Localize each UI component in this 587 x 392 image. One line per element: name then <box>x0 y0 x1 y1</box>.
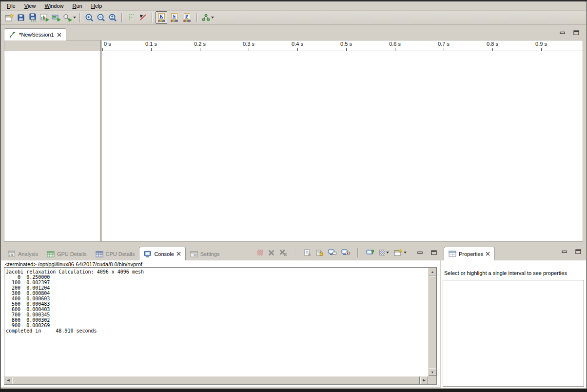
console-line: 700 0.000345 <box>6 312 427 317</box>
zoom-fit-icon <box>108 13 117 22</box>
process-color-mode-button[interactable]: P <box>181 11 193 24</box>
ruler-tick-label: 0.9 s <box>535 41 547 47</box>
menu-help[interactable]: Help <box>89 2 106 10</box>
tab-gpu-details-label: GPU Details <box>57 251 87 257</box>
ruler-tick: 0.9 s <box>541 40 542 51</box>
kernel-color-mode-button[interactable]: K <box>156 11 167 24</box>
properties-message: Select or highlight a single interval to… <box>444 270 567 276</box>
show-stderr-icon <box>341 249 350 256</box>
clear-console-button[interactable] <box>304 249 311 256</box>
pin-console-button[interactable] <box>366 249 374 256</box>
analysis-tree-button[interactable] <box>200 12 215 24</box>
console-vertical-scrollbar[interactable]: ▲ ▼ <box>428 268 436 376</box>
session-tab[interactable]: *NewSession1 <box>4 28 66 40</box>
ruler-tick-mark <box>297 48 298 51</box>
pin-console-icon <box>366 249 374 256</box>
ruler-tick-label: 0.7 s <box>438 41 450 47</box>
examine-application-button[interactable] <box>62 12 77 24</box>
maximize-icon[interactable] <box>573 30 579 35</box>
terminate-button[interactable] <box>257 250 263 255</box>
horizontal-scroll-thumb[interactable] <box>13 376 420 384</box>
save-button[interactable] <box>15 12 27 24</box>
remove-all-terminated-button[interactable] <box>279 249 287 256</box>
properties-empty-table[interactable] <box>443 280 584 387</box>
ruler-tick-mark <box>102 48 103 51</box>
generate-timeline-button[interactable] <box>39 12 50 24</box>
run-application-button[interactable] <box>50 12 62 24</box>
zoom-in-button[interactable] <box>83 12 95 24</box>
filter-intervals-button[interactable] <box>125 12 137 24</box>
maximize-icon[interactable] <box>431 250 437 255</box>
ruler-tick: 0.8 s <box>492 40 493 51</box>
reset-view-button[interactable] <box>137 12 149 24</box>
open-console-button[interactable] <box>394 249 407 256</box>
scroll-down-arrow[interactable]: ▼ <box>429 368 436 376</box>
tab-properties[interactable]: Properties <box>444 247 495 260</box>
show-stdout-button[interactable] <box>328 249 336 256</box>
minimize-icon[interactable] <box>417 250 423 255</box>
remove-launch-icon <box>268 250 274 256</box>
console-horizontal-scrollbar[interactable]: ◀ ▶ <box>4 376 428 384</box>
ruler-tick-label: 0.2 s <box>194 41 206 47</box>
ruler-tick-mark <box>541 48 542 51</box>
ruler-tick-label: 0 s <box>104 41 111 47</box>
close-icon[interactable] <box>57 33 61 37</box>
main-toolbar: K S P <box>1 11 586 25</box>
tab-analysis[interactable]: Analysis <box>3 248 42 260</box>
scroll-lock-button[interactable] <box>316 249 323 256</box>
timeline-row-tree[interactable] <box>4 51 100 241</box>
scroll-up-arrow[interactable]: ▲ <box>429 268 436 275</box>
tab-settings[interactable]: Settings <box>186 248 224 260</box>
close-icon[interactable] <box>176 252 181 256</box>
menu-file[interactable]: File <box>5 2 20 10</box>
properties-view: Properties Select or highlight a single … <box>441 245 586 390</box>
toolbar-separator <box>121 13 122 22</box>
save-as-button[interactable] <box>27 12 39 24</box>
analysis-tree-dropdown-caret[interactable] <box>211 17 214 19</box>
zoom-in-icon <box>85 13 94 22</box>
console-text-widget[interactable]: Jacobi relaxation Calculation: 4096 x 40… <box>4 267 437 385</box>
maximize-icon[interactable] <box>575 249 581 254</box>
open-console-dropdown-caret[interactable] <box>404 252 407 254</box>
minimize-icon[interactable] <box>560 30 566 35</box>
menu-run[interactable]: Run <box>71 2 86 10</box>
timeline-canvas[interactable] <box>102 51 583 241</box>
ruler-tick-mark <box>395 48 395 51</box>
remove-all-terminated-icon <box>279 249 287 256</box>
display-console-dropdown-caret[interactable] <box>386 252 389 254</box>
menu-view[interactable]: View <box>22 2 40 10</box>
tab-gpu-details[interactable]: GPU Details <box>42 248 91 260</box>
gpu-details-tab-icon <box>47 251 55 257</box>
console-line: 0 0.250000 <box>6 274 427 280</box>
minimize-icon[interactable] <box>562 249 567 254</box>
stream-color-mode-button[interactable]: S <box>168 11 180 24</box>
editor-tab-row: *NewSession1 <box>4 28 583 40</box>
console-output[interactable]: Jacobi relaxation Calculation: 4096 x 40… <box>6 269 427 375</box>
menu-window[interactable]: Window <box>42 2 67 10</box>
toolbar-separator <box>295 248 296 257</box>
console-line: 100 0.002397 <box>6 280 427 285</box>
remove-launch-button[interactable] <box>268 250 274 256</box>
kernel-letter: K <box>158 13 165 20</box>
ruler-tick: 0.7 s <box>444 40 444 51</box>
zoom-out-button[interactable] <box>95 12 107 24</box>
scroll-right-arrow[interactable]: ▶ <box>420 376 428 384</box>
ruler-tick: 0.6 s <box>395 40 395 51</box>
tab-console[interactable]: Console <box>139 247 185 260</box>
scroll-left-arrow[interactable]: ◀ <box>4 376 12 384</box>
ruler-tick-mark <box>346 48 347 51</box>
display-selected-console-button[interactable] <box>379 250 389 255</box>
application-window: File View Window Run Help K S P *NewSess… <box>0 0 587 392</box>
new-session-button[interactable] <box>3 12 15 24</box>
toolbar-separator <box>357 248 358 257</box>
show-stderr-button[interactable] <box>341 249 350 256</box>
tab-analysis-label: Analysis <box>18 251 38 257</box>
timeline-ruler[interactable]: 0 s0.1 s0.2 s0.3 s0.4 s0.5 s0.6 s0.7 s0.… <box>102 40 583 51</box>
ruler-tick-mark <box>200 48 200 51</box>
vertical-scroll-thumb[interactable] <box>429 276 436 372</box>
zoom-fit-button[interactable] <box>107 12 118 24</box>
tab-cpu-details[interactable]: CPU Details <box>91 248 139 260</box>
close-icon[interactable] <box>486 252 490 256</box>
properties-tab-bar: Properties <box>441 245 586 260</box>
examine-dropdown-caret[interactable] <box>73 17 76 19</box>
